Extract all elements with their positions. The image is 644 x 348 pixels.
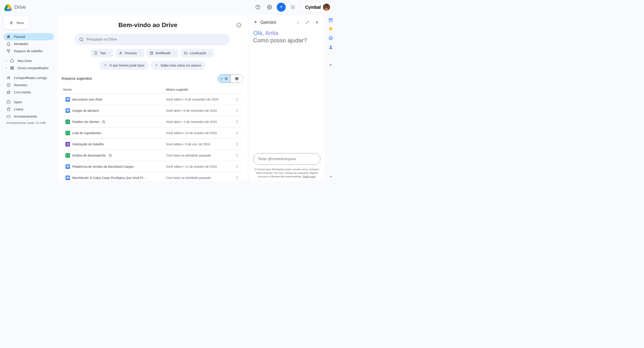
svg-point-25	[8, 77, 8, 78]
gemini-disclaimer: O Gemini para Workspace pode cometer err…	[253, 168, 320, 178]
gemini-input-wrap[interactable]	[253, 153, 320, 165]
avatar[interactable]	[323, 3, 330, 11]
sidebar-item-storage[interactable]: Armazenamento	[4, 113, 54, 120]
doc-file-icon	[63, 97, 72, 102]
sidebar-item-label: Drives compartilhados	[18, 66, 49, 70]
sidebar-item-my-drive[interactable]: Meu Drive	[4, 57, 54, 64]
sidebar-item-shared-with-me[interactable]: Compartilhados comigo	[4, 74, 54, 82]
row-menu-button[interactable]	[232, 97, 242, 101]
svg-point-65	[298, 21, 298, 21]
svg-point-14	[294, 8, 294, 9]
sidebar-item-starred[interactable]: Com estrela	[4, 89, 54, 96]
file-list: documento sem título Você editou • 6 de …	[62, 94, 243, 181]
apps-icon[interactable]	[288, 3, 297, 12]
svg-point-47	[237, 123, 238, 123]
logo[interactable]: Drive	[4, 3, 26, 12]
table-row[interactable]: Plataforma de vendas da Marshland Cargos…	[62, 161, 243, 172]
chevron-down-icon	[208, 52, 211, 54]
sidebar-item-workspaces[interactable]: Espaços de trabalho	[4, 47, 54, 55]
filter-location[interactable]: Localização	[181, 49, 214, 57]
calendar-app-icon[interactable]: 31	[328, 18, 333, 22]
table-row[interactable]: Cargas de pântano Você abriu • 6 de nove…	[62, 105, 243, 116]
new-button[interactable]: Novo	[4, 16, 29, 29]
sidebar-item-activity[interactable]: Atividades	[4, 40, 54, 47]
filter-row: Tipo Pessoas Modificado Localização	[62, 49, 243, 57]
file-name: Lista de ingredientes	[72, 131, 166, 135]
list-view-button[interactable]	[218, 75, 230, 83]
row-menu-button[interactable]	[232, 109, 242, 113]
svg-point-24	[12, 67, 13, 68]
spark-icon	[155, 64, 158, 67]
file-reason: Com base na atividade passada	[166, 176, 232, 179]
chevron-down-icon	[139, 52, 141, 54]
learn-more-link[interactable]: Saiba mais	[303, 175, 316, 178]
gemini-spark-button[interactable]	[277, 3, 286, 12]
sidebar-item-recent[interactable]: Recentes	[4, 82, 54, 89]
more-icon[interactable]	[294, 19, 302, 26]
close-icon[interactable]	[313, 19, 320, 26]
svg-point-54	[109, 154, 110, 155]
sidebar-item-label: Armazenamento	[14, 115, 37, 118]
svg-point-13	[292, 8, 293, 9]
file-reason: Você abriu • 6 de novembro de 2024	[166, 109, 232, 112]
table-row[interactable]: documento sem título Você editou • 6 de …	[62, 94, 243, 105]
svg-point-42	[237, 111, 238, 112]
sidebar-item-shared-drives[interactable]: Drives compartilhados	[4, 64, 54, 72]
row-menu-button[interactable]	[232, 120, 242, 124]
gemini-input[interactable]	[258, 157, 316, 161]
row-menu-button[interactable]	[232, 131, 242, 135]
chip-label: Localização	[190, 51, 206, 55]
filter-modified[interactable]: Modificado	[147, 49, 178, 57]
filter-type[interactable]: Tipo	[91, 49, 114, 57]
svg-point-53	[237, 145, 238, 146]
expand-icon[interactable]	[304, 19, 311, 26]
svg-point-60	[237, 166, 238, 167]
cloud-icon	[6, 114, 11, 119]
search-bar[interactable]	[75, 34, 230, 45]
svg-point-30	[80, 38, 83, 41]
row-menu-button[interactable]	[232, 165, 242, 169]
product-name: Drive	[14, 4, 26, 10]
sidebar-item-trash[interactable]: Lixeira	[4, 106, 54, 113]
table-row[interactable]: Análise de desempenho Com base na ativid…	[62, 150, 243, 161]
grid-view-button[interactable]	[230, 75, 243, 83]
spark-icon	[253, 20, 258, 25]
org-brand[interactable]: Cymbal	[302, 2, 334, 12]
svg-rect-34	[237, 77, 238, 78]
add-app-icon[interactable]	[328, 63, 333, 67]
table-row[interactable]: Solicitação de trabalho Você editou • 5 …	[62, 138, 243, 150]
gemini-panel: Gemini Olá, Anita Como posso ajudar? O G…	[249, 15, 324, 181]
row-menu-button[interactable]	[232, 142, 242, 146]
svg-point-9	[291, 7, 292, 7]
table-row[interactable]: Pedidos de clientes Você abriu • 1 de no…	[62, 116, 243, 127]
file-reason: Você abriu • 1 de novembro de 2024	[166, 120, 232, 124]
gemini-chip-capabilities[interactable]: O que Gemini pode fazer	[100, 61, 148, 70]
gemini-suggestion-row: O que Gemini pode fazer Saiba mais sobre…	[62, 61, 243, 70]
svg-point-11	[294, 7, 294, 7]
table-row[interactable]: Marshlands: A Calça Cargo Ecológica Que …	[62, 172, 243, 181]
file-reason: Você editou • 5 de nov. de 2024	[166, 143, 232, 146]
search-input[interactable]	[86, 37, 226, 41]
gemini-chip-learn-file[interactable]: Saiba mais sobre um arquivo	[151, 61, 205, 70]
row-menu-button[interactable]	[232, 153, 242, 158]
settings-icon[interactable]	[265, 3, 274, 12]
collapse-rail-icon[interactable]	[329, 175, 333, 179]
view-toggle	[218, 74, 243, 83]
keep-app-icon[interactable]	[328, 27, 333, 31]
sidebar-item-spam[interactable]: Spam	[4, 99, 54, 106]
info-icon[interactable]	[234, 21, 243, 29]
drive-logo-icon	[4, 3, 12, 12]
sidebar-item-label: Recentes	[14, 83, 27, 87]
chevron-down-icon	[108, 52, 110, 54]
tasks-app-icon[interactable]	[328, 36, 333, 40]
contacts-app-icon[interactable]	[328, 45, 333, 49]
row-menu-button[interactable]	[232, 176, 242, 180]
list-icon	[224, 77, 228, 81]
filter-people[interactable]: Pessoas	[116, 49, 144, 57]
sidebar-item-home[interactable]: Pessoal	[4, 33, 54, 40]
chip-label: Pessoas	[125, 51, 137, 55]
help-icon[interactable]	[254, 3, 262, 12]
svg-point-56	[237, 154, 238, 155]
table-row[interactable]: Lista de ingredientes Você editou • 24 d…	[62, 127, 243, 138]
sidebar-item-label: Meu Drive	[18, 59, 32, 63]
